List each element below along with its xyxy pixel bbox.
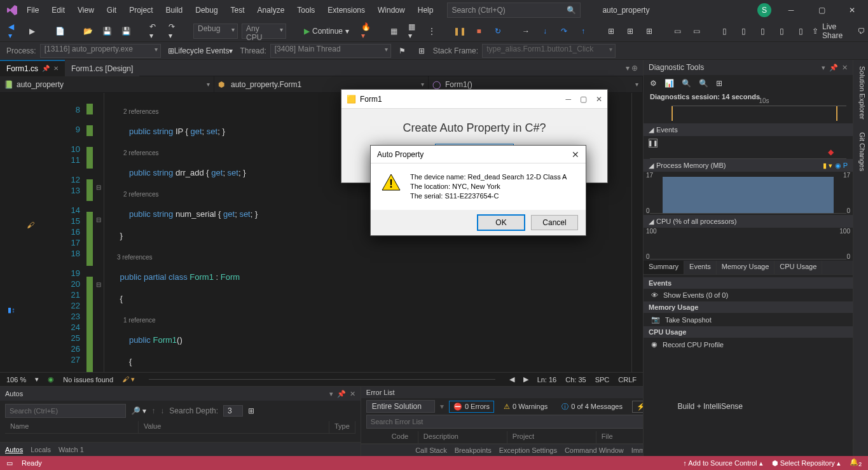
flag-icon[interactable]: ⚑ (395, 43, 410, 59)
close-tab-icon[interactable]: ✕ (53, 65, 59, 72)
menu-test[interactable]: Test (226, 3, 250, 17)
save-icon[interactable]: 💾 (99, 24, 114, 39)
feedback-icon[interactable]: 🗩 (854, 24, 868, 39)
panel-menu-icon[interactable]: ▾ (822, 64, 825, 72)
diag-tab-summary[interactable]: Summary (644, 261, 684, 274)
tab-overflow-icon[interactable]: ▾ ⊕ (621, 64, 643, 73)
cpu-header[interactable]: ◢ CPU (% of all processors) (644, 215, 853, 228)
nav-fwd-icon[interactable]: ▶ (24, 24, 39, 39)
zoom-in-icon[interactable]: 🔍 (682, 79, 691, 88)
step-over-icon[interactable]: ↷ (556, 24, 572, 39)
redo-icon[interactable]: ↷ ▾ (165, 24, 181, 39)
col-project[interactable]: Project (507, 431, 596, 443)
step-out-icon[interactable]: ↑ (575, 24, 591, 39)
tb-icon-f[interactable]: ▯ (717, 24, 732, 39)
select-repo[interactable]: ⬢ Select Repository ▴ (772, 459, 841, 467)
tb-icon-g[interactable]: ▯ (736, 24, 751, 39)
menu-project[interactable]: Project (124, 3, 158, 17)
diag-tab-events[interactable]: Events (684, 261, 717, 274)
lifecycle-icon[interactable]: ⊞ Lifecycle Events ▾ (165, 43, 237, 59)
gear-icon[interactable]: ⚙ (650, 79, 657, 88)
stackframe-combo[interactable]: type_alias.Form1.button1_Click (482, 44, 616, 58)
close-icon[interactable]: ✕ (596, 95, 602, 104)
add-source-control[interactable]: ↑ Add to Source Control ▴ (683, 459, 762, 467)
minimize-button[interactable]: ─ (780, 2, 802, 18)
menu-analyze[interactable]: Analyze (252, 3, 290, 17)
zoom-level[interactable]: 106 % (6, 376, 26, 384)
diag-tab-memory[interactable]: Memory Usage (717, 261, 775, 274)
show-events-link[interactable]: 👁Show Events (0 of 0) (644, 289, 853, 301)
tb-icon-d[interactable]: ▭ (670, 24, 685, 39)
panel-close-icon[interactable]: ✕ (842, 64, 848, 72)
continue-button[interactable]: ▶Continue ▾ (299, 24, 354, 39)
maximize-button[interactable]: ▢ (811, 2, 832, 18)
memory-header[interactable]: ◢ Process Memory (MB) ▮ ▾ ◉ P (644, 159, 853, 172)
minimize-icon[interactable]: ─ (565, 95, 571, 104)
tb-icon-b[interactable]: ⊞ (623, 24, 638, 39)
build-combo[interactable]: Build + IntelliSense (673, 401, 755, 412)
events-header[interactable]: ◢ Events (644, 123, 853, 136)
nav-down-icon[interactable]: ↓ (160, 406, 164, 415)
pause-icon[interactable]: ❚❚ (452, 24, 467, 39)
tab-breakpoints[interactable]: Breakpoints (455, 446, 492, 454)
menu-tools[interactable]: Tools (292, 3, 320, 17)
scrollbar-v[interactable] (631, 93, 643, 372)
nav-back-icon[interactable]: ◀ ▾ (5, 24, 20, 39)
msgbox-ok-button[interactable]: OK (478, 215, 525, 230)
tb-icon-1[interactable]: ▦ (386, 24, 401, 39)
fold-column[interactable]: ⊟⊟⊟ (93, 93, 104, 372)
side-tab-solution-explorer[interactable]: Solution Explorer (853, 60, 868, 126)
config-combo[interactable]: Debug (193, 24, 238, 39)
zoom-dropdown-icon[interactable]: ▾ (35, 375, 39, 384)
tab-autos[interactable]: Autos (5, 446, 23, 453)
msgbox-close-icon[interactable]: ✕ (572, 149, 579, 160)
menu-edit[interactable]: Edit (46, 3, 70, 17)
panel-close-icon[interactable]: ✕ (350, 390, 355, 398)
tb-icon-h[interactable]: ▯ (755, 24, 770, 39)
menu-build[interactable]: Build (161, 3, 188, 17)
side-tab-git-changes[interactable]: Git Changes (853, 126, 868, 177)
col-desc[interactable]: Description (418, 431, 507, 443)
autos-search[interactable] (5, 404, 126, 418)
restart-icon[interactable]: ↻ (490, 24, 506, 39)
notifications-icon[interactable]: 🔔2 (850, 458, 862, 467)
search-icon[interactable]: 🔎 ▾ (131, 406, 146, 415)
diag-tab-cpu[interactable]: CPU Usage (775, 261, 822, 274)
events-pause-icon[interactable]: ❚❚ (649, 139, 658, 148)
msgbox-cancel-button[interactable]: Cancel (531, 215, 578, 230)
tb-icon-j[interactable]: ▯ (793, 24, 808, 39)
chart-icon[interactable]: 📊 (665, 79, 674, 88)
zoom-out-icon[interactable]: 🔍 (699, 79, 708, 88)
menu-extensions[interactable]: Extensions (322, 3, 370, 17)
col-name[interactable]: Name (5, 421, 139, 433)
menu-debug[interactable]: Debug (190, 3, 223, 17)
panel-pin-icon[interactable]: 📌 (829, 64, 838, 72)
h-scrollbar[interactable] (149, 379, 495, 380)
thread-combo[interactable]: [3408] Main Thread (270, 44, 391, 58)
save-all-icon[interactable]: 💾 (118, 24, 134, 39)
col-code[interactable]: Code (387, 431, 418, 443)
menu-view[interactable]: View (72, 3, 99, 17)
step-into-icon[interactable]: ↓ (537, 24, 553, 39)
step-icon[interactable]: → (518, 24, 534, 39)
tab-callstack[interactable]: Call Stack (415, 446, 447, 454)
panel-menu-icon[interactable]: ▾ (329, 390, 333, 398)
new-project-icon[interactable]: 📄 (52, 24, 67, 39)
menu-git[interactable]: Git (102, 3, 121, 17)
threads-icon[interactable]: ⊞ (414, 43, 429, 59)
tb-icon-2[interactable]: ▦ ▾ (405, 24, 420, 39)
nav-up-icon[interactable]: ↑ (151, 406, 155, 415)
tab-form1-cs[interactable]: Form1.cs 📌 ✕ (0, 60, 65, 76)
take-snapshot-link[interactable]: 📷Take Snapshot (644, 313, 853, 326)
autos-opt-icon[interactable]: ⊞ (248, 406, 254, 415)
brush-icon[interactable]: 🖌 ▾ (122, 375, 135, 384)
quick-search[interactable]: Search (Ctrl+Q) 🔍 (447, 3, 581, 18)
open-icon[interactable]: 📂 (80, 24, 95, 39)
panel-pin-icon[interactable]: 📌 (337, 390, 346, 398)
col-value[interactable]: Value (139, 421, 329, 433)
messages-filter[interactable]: ⓘ0 of 4 Messages (557, 400, 627, 413)
process-combo[interactable]: [13116] auto_property.exe (40, 44, 161, 58)
platform-combo[interactable]: Any CPU (242, 24, 286, 39)
live-share-button[interactable]: ⇪ Live Share (812, 22, 843, 40)
tb-icon-3[interactable]: ⋮ (424, 24, 439, 39)
